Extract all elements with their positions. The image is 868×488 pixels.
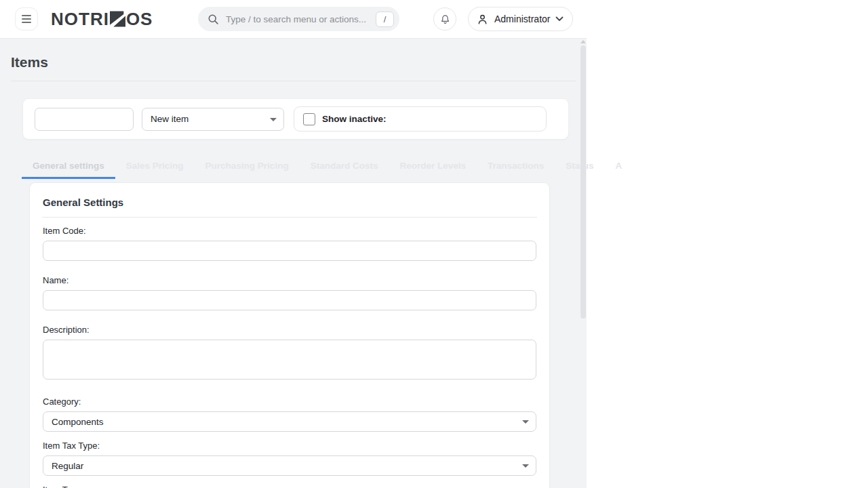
category-select[interactable]: Components — [43, 411, 536, 432]
item-code-label: Item Code: — [43, 226, 536, 236]
field-item-type: Item Type: — [43, 485, 536, 488]
hamburger-icon — [22, 15, 31, 16]
field-item-tax-type: Item Tax Type: Regular — [43, 441, 536, 476]
search-input[interactable] — [226, 14, 376, 24]
tab-standard-costs[interactable]: Standard Costs — [300, 156, 389, 179]
bell-icon — [439, 14, 451, 25]
tab-transactions[interactable]: Transactions — [477, 156, 555, 179]
notifications-button[interactable] — [433, 7, 456, 30]
item-filter-card: New item Show inactive: — [22, 98, 569, 140]
tab-general-settings[interactable]: General settings — [22, 156, 115, 179]
description-textarea[interactable] — [43, 340, 536, 380]
tab-status[interactable]: Status — [555, 156, 604, 179]
tab-attachments-truncated[interactable]: A — [605, 156, 633, 179]
search-icon — [208, 14, 219, 25]
hamburger-menu-button[interactable] — [15, 7, 38, 30]
show-inactive-checkbox[interactable] — [303, 113, 315, 125]
general-settings-card: General Settings Item Code: Name: Descri… — [29, 182, 550, 488]
show-inactive-group: Show inactive: — [294, 106, 547, 131]
logo-text-right: OS — [126, 9, 153, 30]
show-inactive-label: Show inactive: — [322, 114, 387, 124]
field-item-code: Item Code: — [43, 226, 536, 261]
item-type-label: Item Type: — [43, 485, 536, 488]
select-caret-icon — [522, 464, 529, 468]
field-name: Name: — [43, 275, 536, 310]
select-caret-icon — [270, 118, 277, 121]
description-label: Description: — [43, 325, 536, 335]
global-search: / — [198, 7, 399, 31]
user-name-label: Administrator — [494, 14, 550, 24]
logo-n-icon — [110, 11, 125, 27]
item-select[interactable]: New item — [142, 108, 284, 131]
field-category: Category: Components — [43, 396, 536, 432]
tab-sales-pricing[interactable]: Sales Pricing — [115, 156, 195, 179]
item-tabs: General settings Sales Pricing Purchasin… — [22, 156, 576, 179]
user-icon — [476, 13, 489, 26]
item-tax-type-label: Item Tax Type: — [43, 441, 536, 451]
select-caret-icon — [522, 420, 529, 424]
tab-purchasing-pricing[interactable]: Purchasing Pricing — [195, 156, 300, 179]
card-divider — [42, 217, 537, 218]
item-select-value: New item — [151, 114, 189, 124]
name-input[interactable] — [43, 290, 536, 310]
app-window: NOTRI OS / Admini — [0, 0, 587, 488]
title-divider — [11, 81, 576, 81]
user-menu-button[interactable]: Administrator — [468, 7, 573, 31]
page-title: Items — [11, 39, 576, 70]
item-code-input[interactable] — [43, 241, 536, 261]
name-label: Name: — [43, 275, 536, 285]
chevron-down-icon — [555, 16, 564, 22]
scrollbar-up-arrow-icon[interactable] — [580, 40, 586, 43]
category-select-value: Components — [52, 417, 104, 427]
field-description: Description: — [43, 325, 536, 382]
item-search-input[interactable] — [35, 108, 134, 131]
item-tax-type-select-value: Regular — [52, 461, 83, 471]
category-label: Category: — [43, 396, 536, 407]
search-shortcut-badge: / — [376, 12, 394, 27]
item-tax-type-select[interactable]: Regular — [43, 455, 536, 476]
tab-reorder-levels[interactable]: Reorder Levels — [389, 156, 477, 179]
logo-text-left: NOTRI — [51, 9, 109, 30]
app-logo[interactable]: NOTRI OS — [51, 9, 153, 30]
card-title: General Settings — [30, 183, 549, 217]
top-header: NOTRI OS / Admini — [0, 0, 587, 39]
vertical-scrollbar-thumb[interactable] — [580, 45, 586, 319]
